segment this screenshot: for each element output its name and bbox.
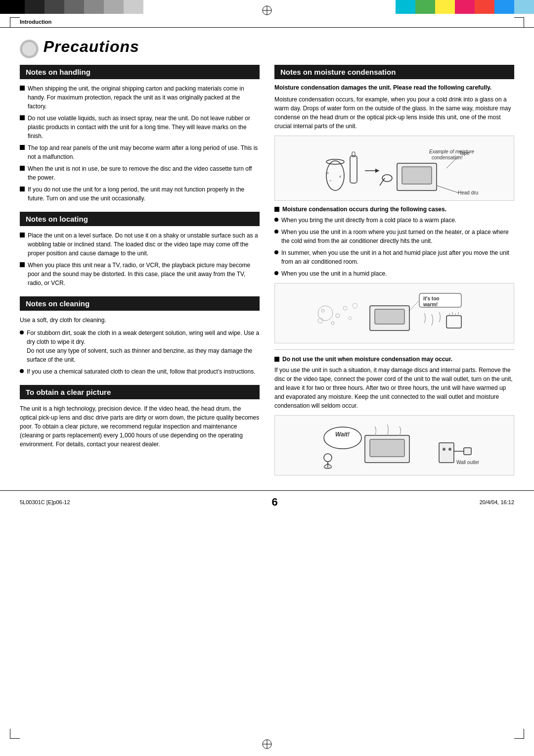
color-block-2 <box>25 0 44 14</box>
moisture-case-1: When you bring the unit directly from a … <box>274 216 514 225</box>
handling-bullet-3: The top and rear panels of the unit may … <box>20 143 260 161</box>
svg-point-47 <box>324 427 361 449</box>
bullet-square-icon <box>20 86 25 91</box>
color-block-7 <box>124 0 143 14</box>
color-block-blue <box>494 0 514 14</box>
color-block-1 <box>0 0 25 14</box>
color-block-cyan <box>396 0 415 14</box>
color-block-4 <box>64 0 84 14</box>
warm-illustration-svg: it's too warm! <box>311 288 479 338</box>
top-bar-right <box>267 0 534 14</box>
handling-bullet-2: Do not use volatile liquids, such as ins… <box>20 114 260 141</box>
color-block-6 <box>104 0 124 14</box>
svg-line-53 <box>324 468 328 469</box>
moisture-condensation-svg: Example of moisture condensation! Tape H… <box>311 141 479 195</box>
svg-rect-36 <box>446 316 461 328</box>
svg-rect-13 <box>350 156 357 183</box>
color-block-3 <box>44 0 64 14</box>
moisture-case-2-text: When you use the unit in a room where yo… <box>281 228 514 245</box>
svg-text:Head drum: Head drum <box>458 190 479 195</box>
handling-bullet-5: If you do not use the unit for a long pe… <box>20 185 260 203</box>
moisture-sub-bold-1-text: Moisture condensation occurs during the … <box>282 206 446 213</box>
svg-rect-19 <box>402 167 432 184</box>
svg-point-7 <box>22 42 36 56</box>
moisture-sub-bold-2: Do not use the unit when moisture conden… <box>274 356 514 363</box>
corner-br <box>514 729 524 739</box>
color-block-5 <box>84 0 104 14</box>
svg-text:Tape: Tape <box>459 150 470 156</box>
section-divider <box>274 349 514 350</box>
svg-point-32 <box>349 317 352 320</box>
moisture-case-3: In summer, when you use the unit in a ho… <box>274 248 514 266</box>
top-color-bar <box>0 0 534 14</box>
top-bar-left <box>0 0 267 14</box>
svg-text:Wait!: Wait! <box>335 431 350 438</box>
svg-rect-35 <box>375 309 404 324</box>
svg-line-44 <box>409 301 418 311</box>
svg-line-54 <box>328 468 332 469</box>
footer-page-number: 6 <box>271 496 277 509</box>
bullet-square-icon <box>20 262 25 267</box>
cleaning-bullet-1-text: For stubborn dirt, soak the cloth in a w… <box>27 329 260 364</box>
bullet-square-icon <box>274 207 279 212</box>
moisture-body-2: If you use the unit in such a situation,… <box>274 366 514 410</box>
svg-point-31 <box>343 306 347 310</box>
svg-point-56 <box>443 448 445 451</box>
color-block-yellow <box>435 0 455 14</box>
locating-bullet-2: When you place this unit near a TV, radi… <box>20 261 260 287</box>
bullet-circle-icon <box>274 218 278 222</box>
bullet-circle-icon <box>274 230 278 234</box>
moisture-sub-bold-1: Moisture condensation occurs during the … <box>274 206 514 213</box>
svg-point-10 <box>327 172 329 174</box>
locating-bullet-1: Place the unit on a level surface. Do no… <box>20 231 260 258</box>
color-block-red <box>475 0 494 14</box>
page-title: Precautions <box>44 38 139 55</box>
bullet-circle-icon <box>20 369 24 373</box>
bullet-circle-icon <box>20 331 24 334</box>
section-locating-heading: Notes on locating <box>20 212 260 226</box>
locating-bullet-2-text: When you place this unit near a TV, radi… <box>28 261 260 287</box>
svg-line-51 <box>324 464 328 467</box>
bottom-crosshair <box>262 739 272 751</box>
moisture-illustration-3: Wait! Wall outlet <box>274 415 514 475</box>
svg-rect-59 <box>464 448 471 455</box>
cleaning-bullet-2: If you use a chemical saturated cloth to… <box>20 367 260 376</box>
svg-point-11 <box>329 180 331 181</box>
handling-bullet-4: When the unit is not in use, be sure to … <box>20 164 260 182</box>
color-block-green <box>415 0 435 14</box>
header: Introduction <box>0 14 534 28</box>
footer-code: 5L00301C [E]p06-12 <box>20 499 70 505</box>
left-column: Notes on handling When shipping the unit… <box>20 65 260 480</box>
moisture-case-2: When you use the unit in a room where yo… <box>274 228 514 245</box>
svg-text:warm!: warm! <box>423 302 438 307</box>
svg-point-33 <box>353 303 357 308</box>
bullet-circle-icon <box>274 271 278 275</box>
moisture-case-4: When you use the unit in a humid place. <box>274 269 514 278</box>
wait-illustration-svg: Wait! Wall outlet <box>311 421 479 470</box>
bullet-square-icon <box>20 145 25 150</box>
footer-date: 20/4/04, 16:12 <box>480 499 514 505</box>
moisture-case-3-text: In summer, when you use the unit in a ho… <box>281 248 514 266</box>
svg-point-9 <box>326 159 344 164</box>
moisture-illustration-1: Example of moisture condensation! Tape H… <box>274 136 514 201</box>
bullet-square-icon <box>20 115 25 120</box>
bullet-square-icon <box>274 357 279 362</box>
cleaning-bullet-2-text: If you use a chemical saturated cloth to… <box>27 367 260 376</box>
right-column: Notes on moisture condensation Moisture … <box>274 65 514 480</box>
locating-bullet-1-text: Place the unit on a level surface. Do no… <box>28 231 260 258</box>
handling-bullet-3-text: The top and rear panels of the unit may … <box>28 143 260 161</box>
handling-bullet-1-text: When shipping the unit, the original shi… <box>28 84 260 111</box>
svg-point-57 <box>448 448 451 451</box>
svg-line-24 <box>437 186 459 193</box>
bullet-square-icon <box>20 166 25 171</box>
moisture-case-1-text: When you bring the unit directly from a … <box>281 216 514 225</box>
bullet-square-icon <box>20 233 25 237</box>
moisture-bold-note: Moisture condensation damages the unit. … <box>274 84 514 91</box>
clearpicture-body: The unit is a high technology, precision… <box>20 404 260 449</box>
intro-label: Introduction <box>20 19 51 25</box>
svg-rect-55 <box>439 443 454 463</box>
cleaning-intro: Use a soft, dry cloth for cleaning. <box>20 316 260 325</box>
moisture-sub-bold-2-text: Do not use the unit when moisture conden… <box>282 356 452 363</box>
moisture-intro: Moisture condensation occurs, for exampl… <box>274 95 514 131</box>
moisture-illustration-2: it's too warm! <box>274 283 514 343</box>
